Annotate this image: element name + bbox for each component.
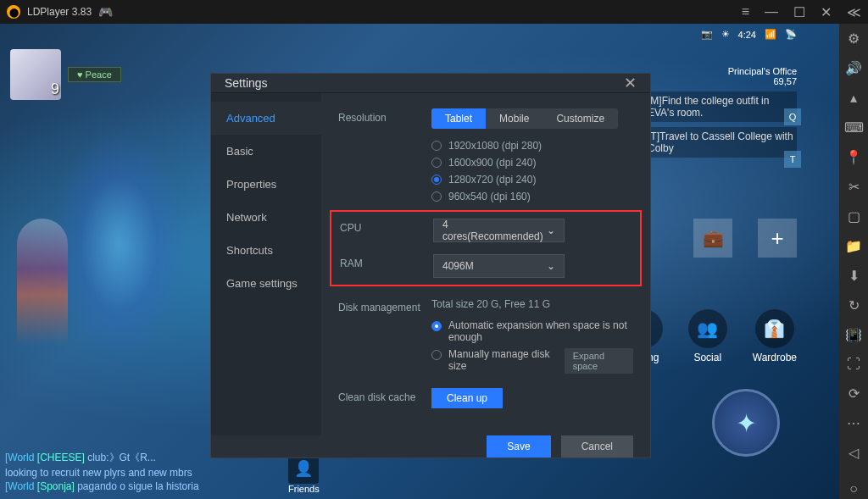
resolution-label: Resolution: [338, 108, 431, 124]
close-window-icon[interactable]: ✕: [821, 4, 832, 20]
minimize-icon[interactable]: —: [765, 4, 778, 20]
hotkey-q: Q: [784, 108, 801, 125]
title-bar: ⬤ LDPlayer 3.83 🎮 ≡ — ☐ ✕ ≪: [0, 0, 868, 24]
location-icon[interactable]: 📍: [845, 149, 862, 165]
keyboard-icon[interactable]: ⌨: [845, 119, 862, 136]
app-title: LDPlayer 3.83: [27, 6, 92, 18]
folder-icon[interactable]: 📁: [845, 238, 862, 254]
attack-skill-icon[interactable]: ✦: [712, 389, 780, 457]
inventory-button[interactable]: 💼: [693, 219, 732, 258]
expand-space-button[interactable]: Expand space: [565, 348, 633, 374]
shake-icon[interactable]: 📳: [845, 327, 862, 343]
nav-properties[interactable]: Properties: [211, 168, 321, 201]
clean-cache-label: Clean disk cache: [338, 388, 431, 403]
social-button[interactable]: 👥 Social: [688, 309, 727, 363]
rotate-icon[interactable]: ↻: [845, 297, 862, 313]
fullscreen-icon[interactable]: ⛶: [845, 357, 862, 372]
resolution-option[interactable]: 1280x720 (dpi 240): [431, 171, 633, 188]
home-icon[interactable]: ○: [845, 481, 862, 496]
ram-dropdown[interactable]: 4096M⌄: [433, 254, 565, 278]
hud-status-bar: 📷 ☀ 4:24 📶 📡: [701, 29, 797, 40]
tab-customize[interactable]: Customize: [542, 108, 618, 129]
resolution-option[interactable]: 960x540 (dpi 160): [431, 188, 633, 205]
ram-label: RAM: [340, 254, 433, 269]
disk-label: Disk management: [338, 298, 431, 313]
disk-option-manual[interactable]: Manually manage disk sizeExpand space: [431, 346, 633, 376]
chat-panel[interactable]: [World [CHEESE] club:》Gt《R... looking to…: [5, 451, 199, 494]
chevron-down-icon: ⌄: [547, 260, 555, 272]
nav-game-settings[interactable]: Game settings: [211, 267, 321, 300]
quest-item[interactable]: [T]Travel to Cassell College with Colby: [644, 127, 797, 158]
skill-wheel[interactable]: ✦: [687, 363, 788, 465]
resolution-option[interactable]: 1920x1080 (dpi 280): [431, 137, 633, 154]
install-icon[interactable]: ⬇: [845, 268, 862, 284]
quest-item[interactable]: [M]Find the college outfit in EVA's room…: [644, 91, 797, 122]
resolution-option[interactable]: 1600x900 (dpi 240): [431, 154, 633, 171]
signal-icon: 📶: [765, 29, 776, 40]
tab-mobile[interactable]: Mobile: [486, 108, 542, 129]
settings-nav: Advanced Basic Properties Network Shortc…: [211, 93, 321, 435]
back-icon[interactable]: ◁: [845, 445, 862, 461]
gear-icon[interactable]: ⚙: [845, 30, 862, 47]
caret-up-icon[interactable]: ▴: [845, 90, 862, 106]
cleanup-button[interactable]: Clean up: [431, 388, 503, 408]
tab-tablet[interactable]: Tablet: [431, 108, 486, 129]
friends-dock[interactable]: 👤 Friends: [288, 453, 320, 494]
cpu-dropdown[interactable]: 4 cores(Recommended)⌄: [433, 219, 565, 242]
player-level: 9: [51, 80, 59, 98]
close-icon[interactable]: ✕: [624, 74, 637, 92]
scissors-icon[interactable]: ✂: [845, 179, 862, 195]
controller-icon: 🎮: [98, 5, 113, 19]
people-icon: 👥: [688, 309, 727, 348]
player-portrait[interactable]: 9 ♥ Peace: [10, 49, 121, 100]
cpu-label: CPU: [340, 219, 433, 234]
maximize-icon[interactable]: ☐: [793, 4, 805, 20]
hotkey-t: T: [784, 151, 801, 168]
cancel-button[interactable]: Cancel: [561, 435, 633, 457]
nav-shortcuts[interactable]: Shortcuts: [211, 234, 321, 267]
chevron-down-icon: ⌄: [547, 225, 555, 236]
camera-icon[interactable]: 📷: [701, 29, 713, 40]
quest-panel: [M]Find the college outfit in EVA's room…: [644, 91, 797, 163]
settings-modal: Settings ✕ Advanced Basic Properties Net…: [210, 73, 651, 458]
collapse-sidebar-icon[interactable]: ≪: [847, 4, 861, 20]
hud-location: Principal's Office 69,57: [728, 66, 797, 86]
disk-summary: Total size 20 G, Free 11 G: [431, 298, 633, 310]
app-logo-icon: ⬤: [7, 5, 20, 19]
more-icon[interactable]: ⋯: [845, 415, 862, 431]
save-button[interactable]: Save: [487, 435, 550, 457]
nav-network[interactable]: Network: [211, 201, 321, 234]
weather-icon: ☀: [721, 29, 730, 40]
wifi-icon: 📡: [785, 29, 797, 40]
game-viewport[interactable]: 📷 ☀ 4:24 📶 📡 Principal's Office 69,57 9 …: [0, 24, 839, 499]
apps-icon[interactable]: ▢: [845, 208, 862, 225]
sync-icon[interactable]: ⟳: [845, 385, 862, 402]
peace-badge: ♥ Peace: [68, 67, 121, 82]
nav-basic[interactable]: Basic: [211, 135, 321, 168]
emulator-sidebar: ⚙ 🔊 ▴ ⌨ 📍 ✂ ▢ 📁 ⬇ ↻ 📳 ⛶ ⟳ ⋯ ◁ ○ ☐: [839, 24, 868, 499]
nav-advanced[interactable]: Advanced: [211, 102, 321, 135]
settings-title: Settings: [225, 76, 268, 90]
menu-icon[interactable]: ≡: [742, 4, 749, 20]
hanger-icon: 👔: [755, 309, 794, 348]
clock-time: 4:24: [738, 30, 756, 40]
add-button[interactable]: +: [758, 219, 797, 258]
volume-icon[interactable]: 🔊: [845, 60, 862, 76]
wardrobe-button[interactable]: 👔 Wardrobe: [753, 309, 797, 363]
highlight-box: CPU 4 cores(Recommended)⌄ RAM: [330, 210, 642, 286]
disk-option-auto[interactable]: Automatic expansion when space is not en…: [431, 317, 633, 346]
